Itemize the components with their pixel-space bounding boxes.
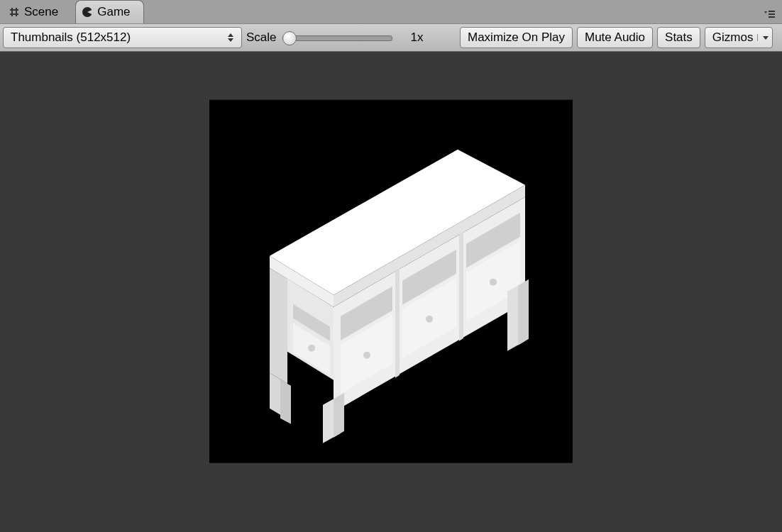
- svg-marker-20: [395, 268, 400, 377]
- tab-game-label: Game: [97, 5, 130, 19]
- slider-track: [282, 35, 392, 41]
- slider-thumb[interactable]: [282, 31, 297, 45]
- game-viewport[interactable]: [0, 52, 782, 532]
- tab-context-menu-icon[interactable]: [762, 8, 775, 22]
- svg-point-30: [490, 278, 497, 285]
- svg-marker-8: [228, 33, 233, 37]
- view-tab-strip: Scene Game: [0, 0, 782, 23]
- scale-label: Scale: [246, 31, 277, 45]
- svg-marker-10: [763, 36, 769, 40]
- stats-button[interactable]: Stats: [657, 27, 700, 48]
- scale-slider[interactable]: [282, 31, 392, 45]
- aspect-ratio-label: Thumbnails (512x512): [11, 31, 131, 45]
- svg-marker-14: [270, 267, 287, 383]
- svg-marker-9: [228, 38, 233, 42]
- aspect-ratio-dropdown[interactable]: Thumbnails (512x512): [3, 27, 242, 48]
- scale-slider-group: Scale 1x: [246, 31, 456, 45]
- svg-marker-36: [518, 279, 529, 345]
- stats-label: Stats: [665, 31, 693, 45]
- gizmos-label: Gizmos: [712, 31, 754, 45]
- scene-grid-icon: [9, 6, 20, 18]
- tab-scene-label: Scene: [24, 5, 58, 19]
- chevron-down-icon[interactable]: [757, 34, 769, 41]
- svg-point-28: [363, 351, 370, 358]
- tab-game[interactable]: Game: [75, 0, 143, 23]
- game-view-toolbar: Thumbnails (512x512) Scale 1x Maximize O…: [0, 23, 782, 52]
- mute-audio-button[interactable]: Mute Audio: [577, 27, 653, 48]
- mute-audio-label: Mute Audio: [585, 31, 645, 45]
- maximize-on-play-button[interactable]: Maximize On Play: [460, 27, 573, 48]
- game-render-content-icon: [209, 99, 573, 462]
- svg-marker-32: [280, 379, 291, 423]
- svg-point-29: [426, 315, 433, 322]
- pacman-icon: [82, 6, 93, 18]
- svg-marker-4: [764, 11, 767, 13]
- render-output: [209, 99, 573, 462]
- maximize-on-play-label: Maximize On Play: [468, 31, 565, 45]
- scale-value: 1x: [398, 31, 428, 45]
- svg-marker-34: [334, 392, 344, 437]
- updown-arrows-icon: [227, 33, 234, 43]
- tab-scene[interactable]: Scene: [3, 1, 71, 23]
- gizmos-button[interactable]: Gizmos: [705, 27, 773, 48]
- svg-point-18: [308, 344, 315, 351]
- svg-marker-21: [459, 231, 463, 340]
